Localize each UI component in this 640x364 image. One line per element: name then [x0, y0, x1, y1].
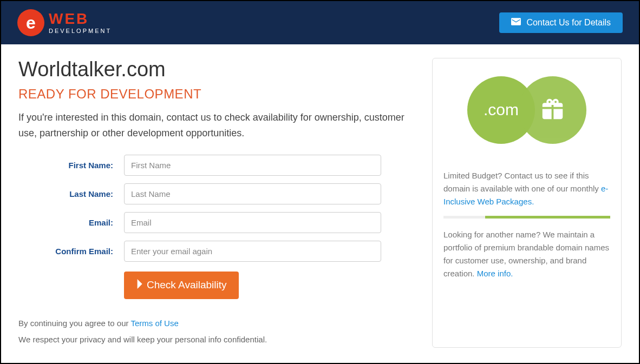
more-info-link[interactable]: More info. — [477, 269, 513, 278]
gift-circle — [519, 76, 586, 144]
last-name-label: Last Name: — [18, 189, 124, 198]
check-availability-button[interactable]: Check Availability — [124, 272, 239, 299]
logo[interactable]: e WEB DEVELOPMENT — [17, 9, 112, 36]
budget-text: Limited Budget? Contact us to see if thi… — [443, 169, 610, 208]
intro-text: If you're interested in this domain, con… — [18, 110, 416, 141]
terms-of-use-link[interactable]: Terms of Use — [130, 319, 178, 328]
email-label: Email: — [18, 218, 124, 227]
first-name-input[interactable] — [124, 155, 381, 176]
logo-web-text: WEB — [49, 11, 112, 27]
header: e WEB DEVELOPMENT Contact Us for Details — [1, 1, 639, 44]
logo-icon: e — [17, 9, 44, 36]
progress-bar — [443, 216, 610, 219]
confirm-email-input[interactable] — [124, 241, 381, 262]
sidebar: .com Limited Budget? Contact us to see i… — [432, 58, 622, 348]
envelope-icon — [511, 18, 521, 28]
page-title: Worldtalker.com — [18, 58, 416, 81]
last-name-input[interactable] — [124, 183, 381, 204]
email-input[interactable] — [124, 212, 381, 233]
main-content: Worldtalker.com READY FOR DEVELOPMENT If… — [18, 58, 416, 348]
first-name-label: First Name: — [18, 161, 124, 170]
confirm-email-label: Confirm Email: — [18, 247, 124, 256]
portfolio-text: Looking for another name? We maintain a … — [443, 228, 610, 280]
privacy-line: We respect your privacy and will keep yo… — [18, 332, 416, 348]
logo-dev-text: DEVELOPMENT — [49, 28, 112, 34]
contact-us-label: Contact Us for Details — [526, 18, 611, 28]
subtitle: READY FOR DEVELOPMENT — [18, 87, 416, 102]
submit-label: Check Availability — [147, 279, 227, 291]
gift-icon — [540, 97, 565, 123]
progress-fill — [485, 216, 610, 219]
terms-line: By continuing you agree to our Terms of … — [18, 315, 416, 332]
venn-graphic: .com — [443, 75, 610, 145]
caret-right-icon — [136, 279, 142, 292]
contact-us-button[interactable]: Contact Us for Details — [499, 12, 623, 33]
